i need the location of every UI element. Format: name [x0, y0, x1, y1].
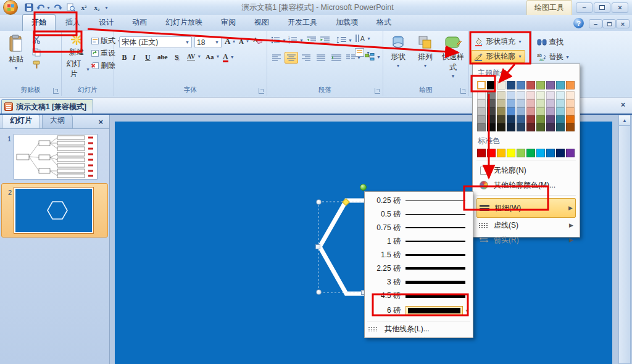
tab-format[interactable]: 格式: [368, 15, 400, 31]
color-swatch[interactable]: [487, 81, 496, 89]
shape-outline-button[interactable]: 形状轮廓 ▼: [471, 50, 525, 63]
document-tab[interactable]: 演示文稿1 [兼容模式]: [1, 99, 93, 114]
arrange-button[interactable]: 排列 ▼: [413, 35, 438, 68]
menu-item-weight[interactable]: 粗细(W) ▶: [476, 198, 576, 218]
drawing-dialog-launcher[interactable]: [460, 88, 466, 94]
weight-option-3[interactable]: 3 磅: [367, 275, 470, 289]
font-color-dropdown-arrow[interactable]: ▼: [230, 56, 235, 60]
align-right-button[interactable]: [299, 52, 313, 64]
shape-fill-button[interactable]: 形状填充 ▼: [471, 35, 525, 48]
color-swatch[interactable]: [526, 107, 535, 115]
color-swatch[interactable]: [487, 123, 496, 131]
new-slide-button[interactable]: 新建 幻灯片▼: [63, 33, 90, 80]
color-swatch[interactable]: [566, 107, 575, 115]
color-swatch[interactable]: [556, 123, 565, 131]
color-swatch[interactable]: [526, 91, 535, 99]
minimize-button[interactable]: –: [576, 2, 592, 13]
line-spacing-dropdown-arrow[interactable]: ▼: [348, 38, 352, 43]
columns-button[interactable]: ▼: [346, 54, 361, 61]
color-swatch[interactable]: [556, 107, 565, 115]
tab-developer[interactable]: 开发工具: [279, 15, 326, 31]
color-swatch[interactable]: [556, 99, 565, 107]
color-swatch[interactable]: [536, 81, 545, 89]
color-swatch[interactable]: [507, 99, 515, 107]
print-preview-button[interactable]: [65, 2, 77, 13]
color-swatch[interactable]: [497, 115, 505, 123]
color-swatch[interactable]: [497, 91, 505, 99]
underline-button[interactable]: U: [145, 53, 151, 62]
shape-fill-dropdown-arrow[interactable]: ▼: [518, 39, 522, 44]
resize-handle-left[interactable]: [315, 244, 320, 249]
character-spacing-button[interactable]: AV▼: [187, 53, 201, 60]
color-swatch[interactable]: [536, 91, 545, 99]
grow-font-button[interactable]: A▼: [225, 36, 236, 46]
font-color-button[interactable]: A▼: [223, 53, 235, 62]
tab-review[interactable]: 审阅: [212, 15, 244, 31]
font-dialog-launcher[interactable]: [259, 88, 264, 94]
font-family-combo[interactable]: 宋体 (正文) ▼: [119, 36, 192, 48]
distribute-button[interactable]: [329, 52, 344, 64]
tab-design[interactable]: 设计: [90, 15, 122, 31]
color-swatch[interactable]: [477, 81, 486, 89]
slide-2-thumbnail[interactable]: [14, 188, 93, 233]
panel-close-icon[interactable]: ×: [92, 117, 109, 128]
italic-button[interactable]: I: [133, 53, 136, 62]
tab-insert[interactable]: 插入: [57, 15, 89, 31]
clipboard-dialog-launcher[interactable]: [53, 88, 59, 94]
smartart-dropdown-arrow[interactable]: ▼: [376, 55, 381, 59]
help-button[interactable]: ?: [573, 18, 584, 28]
color-swatch[interactable]: [517, 81, 525, 89]
color-swatch[interactable]: [536, 99, 545, 107]
color-swatch[interactable]: [497, 123, 505, 131]
font-family-dropdown-arrow[interactable]: ▼: [185, 40, 189, 44]
color-swatch[interactable]: [526, 123, 535, 131]
color-swatch[interactable]: [507, 91, 515, 99]
color-swatch[interactable]: [477, 91, 486, 99]
weight-option-1[interactable]: 1 磅: [367, 234, 470, 248]
color-swatch[interactable]: [546, 81, 555, 89]
color-swatch[interactable]: [517, 107, 525, 115]
line-spacing-button[interactable]: ▼: [336, 36, 352, 44]
color-swatch[interactable]: [526, 81, 535, 89]
color-swatch[interactable]: [487, 149, 496, 157]
numbering-dropdown-arrow[interactable]: ▼: [299, 38, 304, 43]
color-swatch[interactable]: [477, 149, 486, 157]
color-swatch[interactable]: [526, 149, 535, 157]
color-swatch[interactable]: [487, 91, 496, 99]
find-button[interactable]: 查找: [537, 37, 563, 48]
color-swatch[interactable]: [477, 107, 486, 115]
color-swatch[interactable]: [556, 81, 565, 89]
scroll-up-button[interactable]: ▲: [619, 115, 630, 126]
color-swatch[interactable]: [566, 123, 575, 131]
increase-indent-button[interactable]: [320, 36, 330, 44]
color-swatch[interactable]: [517, 149, 525, 157]
bold-button[interactable]: B: [119, 53, 130, 62]
font-size-combo[interactable]: 18 ▼: [194, 36, 222, 48]
justify-button[interactable]: [314, 52, 328, 64]
tab-outline[interactable]: 大纲: [42, 113, 73, 128]
weight-option-6[interactable]: 6 磅 ▼: [367, 302, 470, 318]
menu-item-arrows[interactable]: 箭头(R) ▶: [476, 233, 576, 247]
tab-slideshow[interactable]: 幻灯片放映: [157, 15, 211, 31]
copy-button[interactable]: [32, 48, 41, 57]
menu-item-dashes[interactable]: 虚线(S) ▶: [476, 218, 576, 233]
quick-styles-dropdown-arrow[interactable]: ▼: [451, 74, 455, 78]
color-swatch[interactable]: [487, 115, 496, 123]
color-swatch[interactable]: [546, 91, 555, 99]
slide-1-row[interactable]: 1: [0, 129, 109, 182]
restore-button[interactable]: [594, 2, 610, 13]
color-swatch[interactable]: [556, 115, 565, 123]
color-swatch[interactable]: [546, 149, 555, 157]
shapes-button[interactable]: 形状 ▼: [386, 35, 410, 68]
undo-dropdown-arrow[interactable]: ▼: [46, 6, 51, 10]
color-swatch[interactable]: [517, 91, 525, 99]
text-direction-button[interactable]: A ▼: [355, 34, 371, 43]
replace-dropdown-arrow[interactable]: ▼: [565, 55, 570, 59]
slide-2-row[interactable]: 2: [1, 183, 108, 238]
align-center-button[interactable]: [285, 52, 298, 64]
text-direction-dropdown-arrow[interactable]: ▼: [367, 36, 371, 41]
doc-close-button[interactable]: ×: [616, 19, 630, 28]
menu-item-no-outline[interactable]: 无轮廓(N): [476, 163, 576, 178]
strikethrough-button[interactable]: abe: [157, 53, 168, 60]
menu-item-more-lines[interactable]: 其他线条(L)...: [367, 321, 470, 334]
